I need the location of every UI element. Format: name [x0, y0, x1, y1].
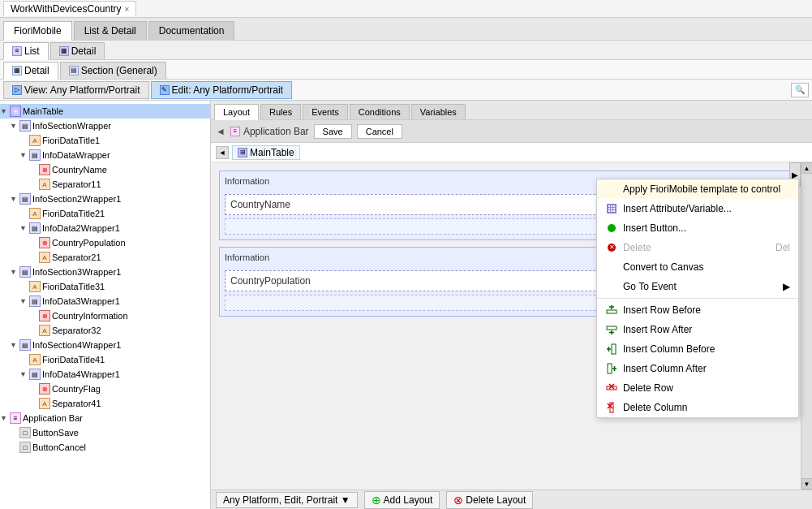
- delete-layout-icon: ⊗: [453, 494, 463, 507]
- tree-node-buttonsave[interactable]: □ ButtonSave: [0, 425, 210, 440]
- tab-section-general[interactable]: ▤ Section (General): [60, 62, 166, 79]
- context-item-insert-button[interactable]: Insert Button...: [597, 218, 798, 238]
- tab-detail-sub[interactable]: ▦ Detail: [3, 62, 58, 80]
- expand-maintable[interactable]: ▼: [0, 107, 10, 115]
- context-item-insert-attribute[interactable]: Insert Attribute/Variable...: [597, 199, 798, 218]
- title-tab[interactable]: WorkWithDevicesCountry ×: [3, 1, 136, 16]
- tab-list[interactable]: ≡ List: [3, 42, 49, 60]
- tree-node-separator32[interactable]: A Separator32: [0, 323, 210, 338]
- svg-rect-3: [607, 326, 617, 330]
- tab-view-platform[interactable]: ▷ View: Any Platform/Portrait: [3, 81, 149, 99]
- scroll-up-btn[interactable]: ▲: [801, 162, 813, 174]
- breadcrumb-item-maintable[interactable]: ⊞ MainTable: [232, 145, 300, 160]
- tree-node-separator11[interactable]: A Separator11: [0, 177, 210, 192]
- tree-node-infosectionwrapper[interactable]: ▼ ▤ InfoSectionWrapper: [0, 119, 210, 133]
- context-item-insert-row-after[interactable]: Insert Row After: [597, 320, 798, 339]
- text-icon-3: A: [29, 281, 41, 292]
- text-icon-4: A: [29, 354, 41, 365]
- tab-variables[interactable]: Variables: [411, 104, 466, 119]
- label-fioridatatitle21: FioriDataTitle21: [42, 209, 105, 218]
- app-bar-arrow[interactable]: ◄: [216, 126, 226, 137]
- tab-detail[interactable]: ▦ Detail: [50, 42, 105, 59]
- expand-infodatawrapper[interactable]: ▼: [19, 151, 29, 159]
- tree-node-infosection2wrapper1[interactable]: ▼ ▤ InfoSection2Wrapper1: [0, 192, 210, 206]
- tree-node-infosection3wrapper1[interactable]: ▼ ▤ InfoSection3Wrapper1: [0, 265, 210, 279]
- expand-infodata3wrapper1[interactable]: ▼: [19, 297, 29, 305]
- context-item-insert-col-before[interactable]: Insert Column Before: [597, 339, 798, 359]
- field-icon-3: ⊗: [39, 310, 50, 321]
- label-infosectionwrapper: InfoSectionWrapper: [32, 121, 111, 131]
- label-infosection3wrapper1: InfoSection3Wrapper1: [32, 267, 121, 277]
- button-icon-cancel: □: [19, 442, 31, 453]
- platform-button[interactable]: Any Platform, Edit, Portrait ▼: [216, 492, 358, 508]
- context-item-go-to-event[interactable]: Go To Event ▶: [597, 277, 798, 296]
- tree-node-applicationbar[interactable]: ▼ ≡ Application Bar: [0, 411, 210, 425]
- scroll-down-btn[interactable]: ▼: [801, 478, 813, 490]
- context-item-insert-row-before[interactable]: Insert Row Before: [597, 300, 798, 320]
- save-button[interactable]: Save: [314, 124, 352, 139]
- tab-documentation[interactable]: Documentation: [148, 21, 235, 40]
- tree-node-fioridatatitle21[interactable]: A FioriDataTitle21: [0, 206, 210, 221]
- field-icon-4: ⊗: [39, 383, 50, 395]
- context-menu: Apply FioriMobile template to control In…: [596, 179, 799, 418]
- expand-infosectionwrapper[interactable]: ▼: [10, 122, 19, 130]
- insert-col-after-icon: [605, 362, 618, 375]
- label-infodata2wrapper1: InfoData2Wrapper1: [42, 223, 120, 233]
- section-icon-7: ▤: [19, 339, 31, 351]
- tab-edit-platform[interactable]: ✎ Edit: Any Platform/Portrait: [151, 81, 292, 99]
- tree-node-countryname[interactable]: ⊗ CountryName: [0, 162, 210, 177]
- right-panel: Layout Rules Events Conditions Variables…: [211, 101, 812, 509]
- label-maintable: MainTable: [23, 106, 63, 116]
- tree-node-fioridatatitle1[interactable]: A FioriDataTitle1: [0, 133, 210, 148]
- tab-layout[interactable]: Layout: [214, 104, 259, 120]
- breadcrumb-toggle[interactable]: ◄: [216, 146, 229, 159]
- tree-node-infodatawrapper[interactable]: ▼ ▤ InfoDataWrapper: [0, 148, 210, 162]
- tree-node-fioridatatitle31[interactable]: A FioriDataTitle31: [0, 279, 210, 294]
- tree-node-buttoncancel[interactable]: □ ButtonCancel: [0, 440, 210, 455]
- expand-infodata4wrapper1[interactable]: ▼: [19, 370, 29, 378]
- context-item-delete-col[interactable]: Delete Column: [597, 398, 798, 417]
- tree-node-infosection4wrapper1[interactable]: ▼ ▤ InfoSection4Wrapper1: [0, 338, 210, 352]
- tree-node-fioridatatitle41[interactable]: A FioriDataTitle41: [0, 352, 210, 367]
- expand-infosection2wrapper1[interactable]: ▼: [10, 195, 19, 203]
- text-icon-2: A: [29, 208, 41, 219]
- tree-node-infodata2wrapper1[interactable]: ▼ ▤ InfoData2Wrapper1: [0, 221, 210, 235]
- tree-node-maintable[interactable]: ▼ ⊞ MainTable: [0, 104, 210, 119]
- tree-node-infodata4wrapper1[interactable]: ▼ ▤ InfoData4Wrapper1: [0, 367, 210, 382]
- tab-events[interactable]: Events: [303, 104, 348, 119]
- context-item-insert-col-after[interactable]: Insert Column After: [597, 359, 798, 378]
- search-button[interactable]: 🔍: [791, 83, 809, 97]
- tab-conditions[interactable]: Conditions: [350, 104, 410, 119]
- expand-infodata2wrapper1[interactable]: ▼: [19, 224, 29, 232]
- cancel-button[interactable]: Cancel: [357, 124, 402, 139]
- tab-list-detail[interactable]: List & Detail: [74, 21, 147, 40]
- svg-rect-0: [607, 310, 617, 313]
- delete-layout-button[interactable]: ⊗ Delete Layout: [446, 491, 533, 509]
- content-area: ▼ ⊞ MainTable ▼ ▤ InfoSectionWrapper A F…: [0, 101, 812, 509]
- expand-applicationbar[interactable]: ▼: [0, 414, 10, 422]
- tree-area: ▼ ⊞ MainTable ▼ ▤ InfoSectionWrapper A F…: [0, 101, 210, 509]
- expand-infosection3wrapper1[interactable]: ▼: [10, 268, 19, 276]
- add-layout-button[interactable]: ⊕ Add Layout: [364, 491, 440, 509]
- label-infodata4wrapper1: InfoData4Wrapper1: [42, 369, 120, 379]
- tree-node-countryflag[interactable]: ⊗ CountryFlag: [0, 382, 210, 396]
- context-item-apply-template[interactable]: Apply FioriMobile template to control: [597, 179, 798, 199]
- tree-node-infodata3wrapper1[interactable]: ▼ ▤ InfoData3Wrapper1: [0, 294, 210, 308]
- label-infodatawrapper: InfoDataWrapper: [42, 150, 110, 160]
- title-bar: WorkWithDevicesCountry ×: [0, 0, 812, 18]
- context-item-convert-canvas[interactable]: Convert to Canvas: [597, 257, 798, 277]
- apply-template-icon: [605, 183, 618, 196]
- view-platform-icon: ▷: [12, 85, 22, 95]
- expand-infosection4wrapper1[interactable]: ▼: [10, 341, 19, 349]
- section-icon-5: ▤: [19, 266, 31, 278]
- tree-node-countrypopulation[interactable]: ⊗ CountryPopulation: [0, 235, 210, 250]
- context-item-delete[interactable]: ✕ Delete Del: [597, 238, 798, 257]
- tab-fiorimobile[interactable]: FioriMobile: [3, 21, 72, 41]
- tab-rules[interactable]: Rules: [260, 104, 301, 119]
- tree-node-countryinformation[interactable]: ⊗ CountryInformation: [0, 308, 210, 323]
- close-icon[interactable]: ×: [124, 5, 129, 14]
- tree-node-separator21[interactable]: A Separator21: [0, 250, 210, 265]
- tree-node-separator41[interactable]: A Separator41: [0, 396, 210, 411]
- sub-tabs-row: ≡ List ▦ Detail: [0, 41, 812, 60]
- context-item-delete-row[interactable]: Delete Row: [597, 378, 798, 398]
